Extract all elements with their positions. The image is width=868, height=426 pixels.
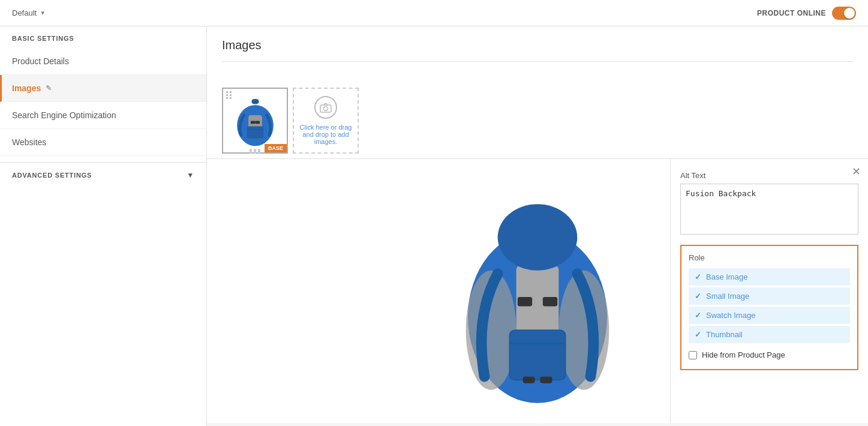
alt-text-input[interactable]: Fusion Backpack: [680, 184, 858, 235]
svg-rect-18: [543, 297, 557, 306]
sidebar: BASIC SETTINGS Product Details Images ✎ …: [0, 26, 207, 426]
product-online-area: PRODUCT ONLINE: [757, 7, 856, 20]
check-icon-swatch: ✓: [695, 311, 701, 320]
images-title: Images: [222, 38, 853, 62]
images-header-panel: Images: [207, 26, 868, 83]
add-image-button[interactable]: Click here or drag and drop to add image…: [293, 88, 359, 154]
svg-rect-3: [247, 127, 263, 138]
hide-checkbox[interactable]: [689, 351, 697, 359]
main-layout: BASIC SETTINGS Product Details Images ✎ …: [0, 26, 868, 426]
role-label: Role: [689, 253, 850, 262]
sidebar-item-seo[interactable]: Search Engine Optimization: [0, 102, 206, 129]
svg-rect-5: [250, 121, 255, 124]
product-online-toggle[interactable]: [832, 7, 856, 20]
sidebar-item-label: Images: [12, 83, 41, 93]
advanced-settings-section[interactable]: ADVANCED SETTINGS ▼: [0, 162, 206, 188]
camera-icon: [314, 96, 337, 119]
sidebar-item-label: Product Details: [12, 56, 69, 66]
content-area: Images: [207, 26, 868, 426]
svg-rect-19: [523, 377, 535, 383]
check-icon-small: ✓: [695, 292, 701, 301]
right-panel: ✕ Alt Text Fusion Backpack Role ✓ Base I…: [670, 159, 868, 423]
role-item-small-image[interactable]: ✓ Small Image: [689, 287, 850, 305]
sidebar-item-images[interactable]: Images ✎: [0, 75, 206, 102]
role-label-swatch: Swatch Image: [706, 311, 755, 320]
chevron-down-icon: ▼: [40, 10, 46, 16]
svg-rect-20: [540, 377, 552, 383]
image-thumbnail[interactable]: BASE: [222, 88, 288, 154]
advanced-settings-label: ADVANCED SETTINGS: [12, 172, 92, 179]
images-strip: BASE Click here or drag and dro: [207, 83, 868, 159]
role-label-base: Base Image: [706, 272, 747, 281]
drag-indicator: [246, 149, 264, 154]
product-image-thumb: [227, 92, 284, 149]
store-label: Default: [12, 8, 37, 17]
product-online-label: PRODUCT ONLINE: [757, 9, 826, 17]
chevron-down-icon: ▼: [187, 171, 194, 179]
sidebar-item-label: Search Engine Optimization: [12, 110, 116, 120]
role-item-base-image[interactable]: ✓ Base Image: [689, 268, 850, 286]
svg-point-8: [324, 107, 328, 111]
check-icon-base: ✓: [695, 272, 701, 281]
close-button[interactable]: ✕: [852, 166, 861, 177]
top-bar: Default ▼ PRODUCT ONLINE: [0, 0, 868, 26]
svg-rect-17: [518, 297, 532, 306]
hide-label[interactable]: Hide from Product Page: [702, 350, 785, 359]
role-item-thumbnail[interactable]: ✓ Thumbnail: [689, 326, 850, 343]
add-image-label: Click here or drag and drop to add image…: [294, 124, 358, 145]
check-icon-thumbnail: ✓: [695, 330, 701, 339]
role-section: Role ✓ Base Image ✓ Small Image ✓ Swatch…: [680, 245, 858, 370]
sidebar-item-websites[interactable]: Websites: [0, 129, 206, 156]
svg-rect-2: [251, 99, 258, 104]
sidebar-item-label: Websites: [12, 137, 46, 147]
hide-from-product-page-row: Hide from Product Page: [689, 350, 850, 362]
large-preview-area: ✕ Alt Text Fusion Backpack Role ✓ Base I…: [207, 159, 868, 423]
product-image-large: [412, 171, 663, 423]
svg-point-14: [498, 204, 578, 271]
svg-rect-15: [510, 330, 566, 380]
svg-rect-6: [255, 121, 260, 124]
base-badge: BASE: [265, 144, 287, 152]
basic-settings-label: BASIC SETTINGS: [0, 26, 206, 48]
alt-text-label: Alt Text: [680, 171, 858, 180]
store-selector[interactable]: Default ▼: [12, 8, 46, 17]
role-label-small: Small Image: [706, 292, 749, 301]
edit-icon[interactable]: ✎: [46, 84, 52, 92]
drag-handle-icon: [226, 91, 232, 99]
role-label-thumbnail: Thumbnail: [706, 330, 743, 339]
sidebar-item-product-details[interactable]: Product Details: [0, 48, 206, 75]
role-item-swatch-image[interactable]: ✓ Swatch Image: [689, 307, 850, 324]
